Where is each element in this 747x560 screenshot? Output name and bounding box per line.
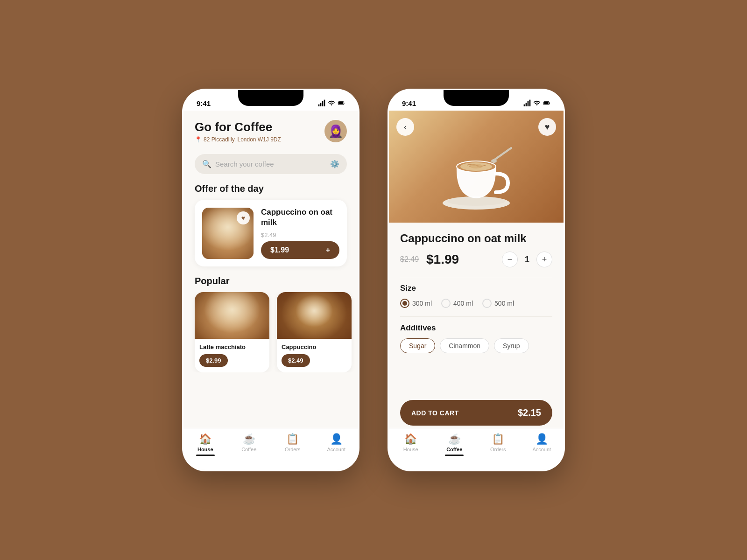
quantity-increase-button[interactable]: + — [536, 252, 552, 267]
svg-point-21 — [491, 159, 497, 163]
additives-row: Sugar Cinammon Syrup — [400, 338, 552, 353]
svg-line-20 — [494, 148, 511, 160]
avatar[interactable]: 🧕 — [324, 120, 347, 142]
favorite-button[interactable]: ♥ — [538, 118, 556, 136]
signal-icon-p2 — [523, 99, 531, 107]
wifi-icon-p2 — [533, 99, 541, 107]
phone1-scroll: Offer of the day ♥ Cappuccino on oat mil… — [183, 183, 358, 470]
offer-add-button[interactable]: $1.99 + — [261, 241, 339, 259]
nav-item-house-phone2[interactable]: 🏠 House — [389, 433, 433, 452]
offer-card[interactable]: ♥ Cappuccino on oat milk $2.49 $1.99 + — [195, 200, 347, 266]
offer-price: $1.99 — [270, 246, 289, 254]
size-option-500[interactable]: 500 ml — [482, 299, 514, 308]
popular-card-name-1: Latte macchiato — [199, 343, 265, 350]
account-icon-phone2: 👤 — [536, 433, 548, 445]
phone1-content: Go for Coffee 📍 82 Piccadilly, London W1… — [183, 111, 358, 470]
search-icon: 🔍 — [202, 160, 211, 168]
popular-card-info-1: Latte macchiato $2.99 — [195, 339, 269, 372]
popular-price-btn-2[interactable]: $2.49 — [282, 354, 310, 367]
popular-card-1[interactable]: Latte macchiato $2.99 — [195, 292, 269, 372]
popular-card-info-2: Cappuccino $2.49 — [277, 339, 352, 372]
time-phone1: 9:41 — [197, 99, 211, 107]
size-label-300: 300 ml — [412, 300, 432, 307]
phone1: 9:41 Go for Coffee 📍 82 Piccadilly, Lond… — [182, 89, 359, 471]
svg-point-18 — [470, 164, 483, 168]
wifi-icon — [328, 99, 335, 107]
nav-item-account-phone1[interactable]: 👤 Account — [315, 433, 359, 452]
nav-item-orders-phone2[interactable]: 📋 Orders — [476, 433, 520, 452]
svg-rect-3 — [324, 100, 325, 106]
additive-syrup[interactable]: Syrup — [494, 338, 529, 353]
offer-section-title: Offer of the day — [183, 183, 358, 200]
nav-underline-phone1 — [196, 455, 215, 456]
offer-image: ♥ — [202, 208, 254, 259]
radio-500 — [482, 299, 492, 308]
battery-icon — [338, 99, 345, 107]
svg-rect-7 — [524, 105, 525, 106]
popular-card-image-2 — [277, 292, 352, 339]
house-icon-phone1: 🏠 — [199, 433, 211, 445]
nav-item-account-phone2[interactable]: 👤 Account — [520, 433, 564, 452]
heart-icon[interactable]: ♥ — [237, 211, 250, 224]
product-name: Cappuccino on oat milk — [400, 232, 552, 245]
location-row: 📍 82 Piccadilly, London W1J 9DZ — [195, 136, 281, 143]
orders-icon-phone1: 📋 — [286, 433, 299, 445]
phone2: 9:41 — [388, 89, 565, 471]
divider-1 — [400, 277, 552, 277]
search-left: 🔍 Search your coffee — [202, 160, 274, 168]
size-section-label: Size — [400, 284, 552, 293]
cappuccino-photo — [277, 292, 352, 339]
location-text: 82 Piccadilly, London W1J 9DZ — [204, 136, 281, 143]
svg-rect-8 — [526, 103, 527, 106]
svg-rect-0 — [318, 105, 320, 106]
add-to-cart-price: $2.15 — [518, 407, 541, 418]
nav-item-orders-phone1[interactable]: 📋 Orders — [271, 433, 315, 452]
bottom-nav-phone1: 🏠 House ☕ Coffee 📋 Orders 👤 Account — [183, 428, 358, 470]
nav-label-house-phone2: House — [403, 447, 418, 452]
search-placeholder: Search your coffee — [215, 160, 274, 168]
house-icon-phone2: 🏠 — [404, 433, 417, 445]
account-icon-phone1: 👤 — [330, 433, 343, 445]
latte-photo — [195, 292, 269, 339]
nav-label-coffee-phone1: Coffee — [241, 447, 256, 452]
search-bar[interactable]: 🔍 Search your coffee ⚙️ — [195, 154, 347, 174]
svg-rect-13 — [549, 103, 550, 104]
nav-item-coffee-phone1[interactable]: ☕ Coffee — [227, 433, 271, 452]
popular-section-title: Popular — [183, 276, 358, 292]
nav-label-orders-phone2: Orders — [490, 447, 506, 452]
size-label-400: 400 ml — [453, 300, 473, 307]
product-old-price: $2.49 — [400, 255, 419, 264]
svg-rect-1 — [320, 103, 322, 106]
orders-icon-phone2: 📋 — [492, 433, 504, 445]
quantity-decrease-button[interactable]: − — [502, 252, 518, 267]
phones-container: 9:41 Go for Coffee 📍 82 Piccadilly, Lond… — [182, 89, 565, 471]
size-option-300[interactable]: 300 ml — [400, 299, 432, 308]
notch-phone1 — [238, 90, 303, 106]
nav-label-account-phone1: Account — [327, 447, 345, 452]
svg-rect-2 — [322, 101, 324, 106]
product-hero-image: ‹ ♥ — [389, 111, 564, 223]
popular-price-btn-1[interactable]: $2.99 — [199, 354, 228, 367]
nav-label-coffee-phone2: Coffee — [446, 447, 462, 452]
phone2-content: ‹ ♥ Cappuccino on oat milk $2.49 $1.99 −… — [389, 111, 564, 470]
battery-icon-p2 — [543, 99, 550, 107]
additive-cinammon[interactable]: Cinammon — [440, 338, 489, 353]
quantity-value: 1 — [522, 255, 532, 265]
add-to-cart-button[interactable]: ADD TO CART $2.15 — [400, 400, 552, 426]
notch-phone2 — [444, 90, 509, 106]
popular-card-image-1 — [195, 292, 269, 339]
additive-sugar[interactable]: Sugar — [400, 338, 435, 353]
size-option-400[interactable]: 400 ml — [441, 299, 473, 308]
filter-icon[interactable]: ⚙️ — [330, 160, 339, 168]
add-to-cart-label: ADD TO CART — [411, 409, 459, 417]
offer-plus-icon: + — [326, 246, 330, 254]
hero-cup-svg — [425, 120, 528, 213]
bottom-nav-phone2: 🏠 House ☕ Coffee 📋 Orders 👤 Account — [389, 428, 564, 470]
coffee-icon-phone2: ☕ — [448, 433, 461, 445]
nav-item-coffee-phone2[interactable]: ☕ Coffee — [433, 433, 477, 456]
offer-old-price: $2.49 — [261, 231, 339, 238]
popular-card-2[interactable]: Cappuccino $2.49 — [277, 292, 352, 372]
nav-label-house-phone1: House — [197, 447, 213, 452]
back-button[interactable]: ‹ — [396, 118, 414, 136]
nav-item-house-phone1[interactable]: 🏠 House — [183, 433, 227, 456]
